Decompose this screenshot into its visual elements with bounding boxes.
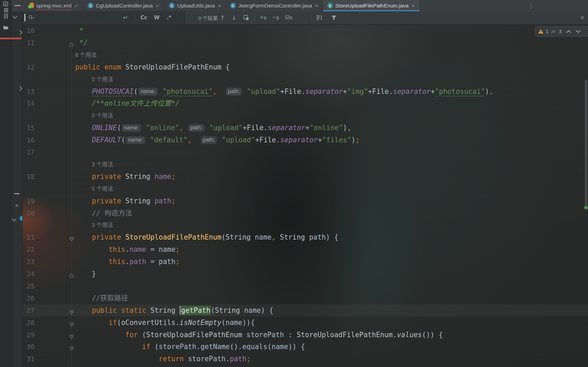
pin-icon[interactable] [74,2,79,9]
next-problem-button[interactable] [576,28,581,33]
tab-UploadUtils.java[interactable]: CUploadUtils.java× [165,0,226,11]
code-line-21[interactable]: 21 private StoreUploadFilePathEnum(Strin… [0,231,588,243]
usages-inlay-hint[interactable]: 5 个用法 [0,183,588,195]
usages-inlay-text[interactable]: 0 个用法 [92,109,113,122]
fold-region-end-icon[interactable] [69,271,74,280]
code-text: //获取路径 [75,292,128,304]
fold-collapse-icon[interactable] [69,320,74,328]
tab-label: CgUploadController.java [96,3,153,9]
project-panel-collapsed[interactable]: » [11,11,23,367]
hide-panel-button[interactable] [11,0,24,11]
code-text: ONLINE(name: "online", path: "upload"+Fi… [75,122,351,134]
remove-occurrence-icon[interactable] [270,11,281,24]
code-line-17[interactable]: 17 [0,146,588,158]
close-icon[interactable]: × [314,2,319,9]
select-all-occurrences-icon[interactable] [283,11,294,24]
code-line-23[interactable]: 23 this.path = path; [0,256,588,268]
previous-problem-button[interactable] [566,30,571,35]
usages-inlay-hint[interactable]: 0 个用法 [0,109,588,122]
code-line-20[interactable]: 20 // 构造方法 [0,207,588,219]
code-line-22[interactable]: 22 this.name = name; [0,243,588,256]
tab-label: UploadUtils.java [177,3,215,9]
code-text: if(oConvertUtils.isNotEmpty(name)){ [75,317,255,329]
code-line-11[interactable]: 11 */ [0,37,588,49]
code-line-30[interactable]: 30 if (storePath.getName().equals(name))… [0,341,588,353]
search-input[interactable]: Cc W .* [22,11,185,24]
whole-words-toggle[interactable]: W [152,11,161,24]
next-occurrence-button[interactable]: ↓ [230,11,238,24]
code-text: * [75,24,84,37]
tab-CgUploadController.java[interactable]: CCgUploadController.java [84,0,165,11]
code-line-16[interactable]: 16 DEFAULT(name: "default", path: "uploa… [0,134,588,146]
previous-occurrence-button[interactable]: ↑ [218,11,227,24]
fold-collapse-icon[interactable] [69,344,74,352]
select-all-matches-icon[interactable] [242,11,251,24]
close-icon[interactable]: × [217,2,222,9]
code-line-25[interactable]: 25 [0,280,588,292]
filter-icon[interactable] [329,11,339,24]
code-line-29[interactable]: 29 for (StoreUploadFilePathEnum storePat… [0,329,588,341]
search-icon[interactable] [27,11,36,24]
java-class-icon: C [169,3,175,8]
usages-inlay-hint[interactable]: 3 个用法 [0,158,588,170]
parameter-hint: path: [201,136,217,144]
regex-toggle[interactable]: .* [165,11,173,24]
chevron-right-icon[interactable] [18,30,22,35]
fold-collapse-icon[interactable] [69,308,74,316]
tab-spring-mvc.xml[interactable]: spring-mvc.xml [24,0,84,11]
divider [135,14,135,21]
grammar-ok-icon: ✓✓ [550,28,554,35]
code-area[interactable]: 10 *11 */8 个用法12public enum StoreUploadF… [0,0,588,367]
code-line-24[interactable]: 24 } [0,268,588,280]
code-line-15[interactable]: 15 ONLINE(name: "online", path: "upload"… [0,122,588,134]
folder-stripe-button[interactable] [0,25,11,30]
usages-inlay-text[interactable]: 8 个用法 [75,49,96,61]
tab-label: JeecgFormDemoController.java [238,3,312,9]
chevron-right-icon[interactable] [18,86,22,91]
fold-collapse-icon[interactable] [69,235,74,243]
caret-position-stripe-mark [584,206,588,209]
fold-collapse-icon[interactable] [69,332,74,341]
chevron-down-icon[interactable] [12,217,17,221]
usages-inlay-hint[interactable]: 0 个用法 [0,73,588,85]
code-line-12[interactable]: 12public enum StoreUploadFilePathEnum { [0,61,588,73]
tab-StoreUploadFilePathEnum.java[interactable]: EStoreUploadFilePathEnum.java× [323,0,420,11]
match-case-toggle[interactable]: Cc [139,11,149,24]
code-line-18[interactable]: 18 private String name; [0,170,588,183]
code-line-27[interactable]: 27 public static String getPath(String n… [0,304,588,317]
inspection-widget[interactable]: 1 ✓✓ 3 [535,26,588,37]
divider [311,14,311,21]
usages-inlay-hint[interactable]: 8 个用法 [0,49,588,61]
vertical-scrollbar[interactable] [585,80,587,210]
code-line-28[interactable]: 28 if(oConvertUtils.isNotEmpty(name)){ [0,317,588,329]
parameter-hint: name: [126,136,145,144]
parameter-hint: path: [188,124,204,132]
project-stripe-button[interactable]: 项目 [0,1,11,19]
kebab-menu-icon[interactable]: ⋮ [524,0,538,11]
double-chevron-right-icon[interactable]: » [15,202,18,209]
code-line-14[interactable]: 14 /**online文件上传位置*/ [0,97,588,109]
add-occurrence-icon[interactable] [258,11,268,24]
close-icon[interactable]: × [411,2,415,9]
text-caret [24,14,25,21]
close-icon[interactable]: ✕ [577,11,587,24]
newline-icon[interactable] [121,11,129,24]
pin-icon[interactable] [155,2,160,9]
usages-inlay-text[interactable]: 0 个用法 [92,73,113,85]
usages-inlay-hint[interactable]: 3 个用法 [0,219,588,231]
usages-inlay-text[interactable]: 3 个用法 [92,158,113,170]
tab-JeecgFormDemoController.java[interactable]: CJeecgFormDemoController.java× [226,0,323,11]
code-line-31[interactable]: 31 return storePath.path; [0,353,588,365]
usages-inlay-text[interactable]: 5 个用法 [92,183,113,195]
code-text: private String path; [75,195,175,207]
tab-list: spring-mvc.xmlCCgUploadController.javaCU… [24,0,420,11]
fold-region-end-icon[interactable] [69,40,74,48]
chevron-down-icon[interactable] [13,14,17,19]
code-line-26[interactable]: 26 //获取路径 [0,292,588,304]
code-line-13[interactable]: 13 PHOTOSUCAI(name: "photosucai", path: … [0,85,588,98]
code-line-19[interactable]: 19 private String path; [0,195,588,207]
usages-inlay-text[interactable]: 3 个用法 [92,219,113,231]
minimize-icon[interactable] [14,193,19,194]
find-in-selection-icon[interactable] [314,11,325,24]
code-line-10[interactable]: 10 * [0,24,588,37]
